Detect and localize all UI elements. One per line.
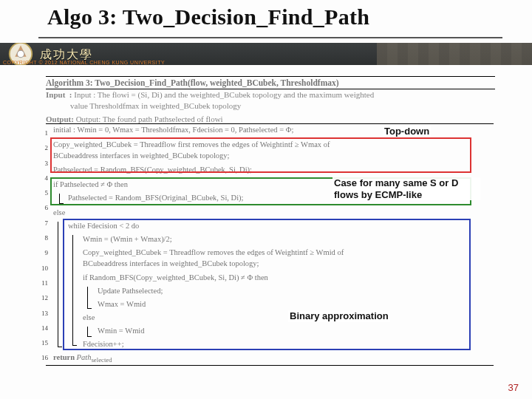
header-bar: 成功大學 COPYRIGHT © 2012 NATIONAL CHENG KUN… bbox=[0, 43, 532, 65]
algorithm-end-rule bbox=[46, 365, 494, 366]
annotation-binary: Binary approximation bbox=[288, 310, 390, 322]
bracket-icon bbox=[58, 222, 62, 347]
copyright-text: COPYRIGHT © 2012 NATIONAL CHENG KUNG UNI… bbox=[3, 60, 165, 65]
annotation-top-down: Top-down bbox=[383, 126, 431, 137]
highlight-box-top-down bbox=[50, 137, 471, 173]
code-line-6: else bbox=[53, 208, 65, 216]
algorithm-title: Algorithm 3: Two_Decision_Find_Path(flow… bbox=[46, 78, 495, 88]
title-underline bbox=[38, 37, 502, 38]
campus-photo-strip bbox=[377, 43, 532, 65]
slide-title: Algo 3: Two_Decision_Find_Path bbox=[47, 4, 502, 30]
annotation-ecmp: Case for many same S or D flows by ECMP-… bbox=[332, 177, 480, 200]
algorithm-header-block: Algorithm 3: Two_Decision_Find_Path(flow… bbox=[46, 75, 495, 90]
code-line-1: initial : Wmin = 0, Wmax = Thresholdfmax… bbox=[53, 126, 293, 134]
algorithm-input: Input : Input : The flowi = (Si, Di) and… bbox=[46, 89, 495, 112]
code-line-16: return return PathselectedPathselected bbox=[53, 353, 112, 364]
page-number: 37 bbox=[508, 382, 519, 393]
slide: { "title": "Algo 3: Two_Decision_Find_Pa… bbox=[0, 0, 532, 399]
algorithm-rule bbox=[46, 123, 494, 124]
highlight-box-binary bbox=[63, 219, 471, 350]
line-number-gutter: 12345678910111213141516 bbox=[41, 126, 48, 366]
svg-point-1 bbox=[17, 50, 24, 58]
slide-title-area: Algo 3: Two_Decision_Find_Path bbox=[47, 4, 502, 30]
